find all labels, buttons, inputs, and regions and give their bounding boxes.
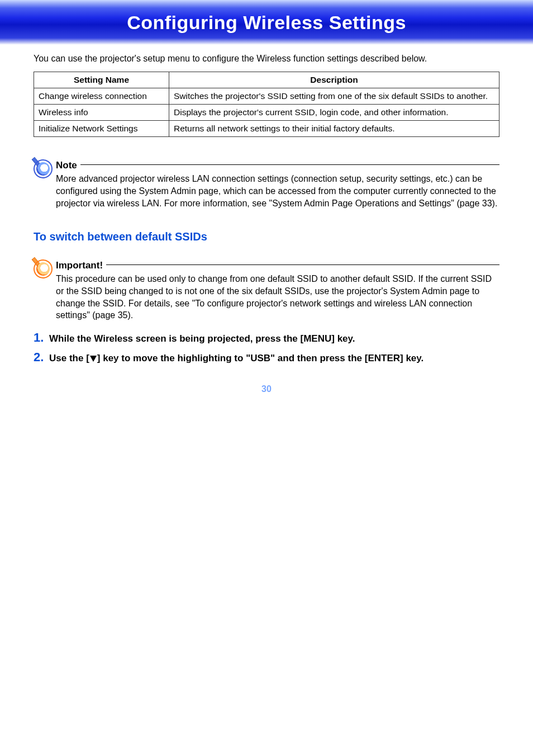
page-title: Configuring Wireless Settings bbox=[127, 12, 406, 34]
page-banner: Configuring Wireless Settings bbox=[0, 0, 533, 45]
step-text: While the Wireless screen is being proje… bbox=[49, 332, 355, 346]
table-row: Wireless info Displays the projector's c… bbox=[34, 105, 499, 121]
note-icon-col bbox=[34, 159, 56, 178]
important-body: Important! This procedure can be used on… bbox=[56, 259, 499, 321]
note-body: Note More advanced projector wireless LA… bbox=[56, 159, 499, 209]
step: 2. Use the [] key to move the highlighti… bbox=[34, 351, 499, 365]
step-number: 2. bbox=[34, 351, 49, 363]
cell-setting-name: Change wireless connection bbox=[34, 88, 169, 104]
section-heading: To switch between default SSIDs bbox=[34, 229, 499, 244]
important-callout: Important! This procedure can be used on… bbox=[34, 259, 499, 321]
settings-table: Setting Name Description Change wireless… bbox=[34, 72, 499, 138]
note-callout: Note More advanced projector wireless LA… bbox=[34, 159, 499, 209]
intro-text: You can use the projector's setup menu t… bbox=[34, 53, 499, 65]
table-row: Change wireless connection Switches the … bbox=[34, 88, 499, 104]
important-rule bbox=[106, 264, 499, 265]
important-label: Important! bbox=[56, 259, 103, 272]
note-label: Note bbox=[56, 159, 77, 172]
main-content: You can use the projector's setup menu t… bbox=[0, 45, 533, 365]
important-heading: Important! bbox=[56, 259, 499, 272]
cell-setting-desc: Returns all network settings to their in… bbox=[169, 121, 499, 137]
cell-setting-name: Wireless info bbox=[34, 105, 169, 121]
cell-setting-name: Initialize Network Settings bbox=[34, 121, 169, 137]
steps: 1. While the Wireless screen is being pr… bbox=[34, 332, 499, 365]
table-row: Initialize Network Settings Returns all … bbox=[34, 121, 499, 137]
table-header-row: Setting Name Description bbox=[34, 72, 499, 88]
important-icon-col bbox=[34, 259, 56, 278]
page-number: 30 bbox=[0, 384, 533, 394]
step: 1. While the Wireless screen is being pr… bbox=[34, 332, 499, 346]
step-text-before: Use the [ bbox=[49, 353, 89, 363]
note-heading: Note bbox=[56, 159, 499, 172]
note-text: More advanced projector wireless LAN con… bbox=[56, 173, 499, 209]
step-number: 1. bbox=[34, 332, 49, 344]
down-arrow-icon bbox=[90, 356, 97, 362]
step-text: Use the [] key to move the highlighting … bbox=[49, 351, 423, 365]
table-header-desc: Description bbox=[169, 72, 499, 88]
table-header-name: Setting Name bbox=[34, 72, 169, 88]
important-text: This procedure can be used only to chang… bbox=[56, 273, 499, 321]
cell-setting-desc: Switches the projector's SSID setting fr… bbox=[169, 88, 499, 104]
cell-setting-desc: Displays the projector's current SSID, l… bbox=[169, 105, 499, 121]
note-rule bbox=[80, 164, 499, 165]
step-text-after: ] key to move the highlighting to "USB" … bbox=[97, 353, 423, 363]
